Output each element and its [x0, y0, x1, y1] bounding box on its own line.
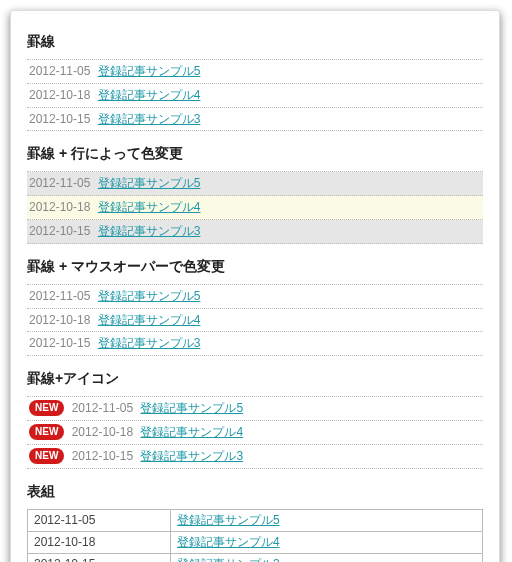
list-item: 2012-11-05 登録記事サンプル5	[27, 172, 483, 196]
table-cell-title: 登録記事サンプル3	[171, 553, 483, 562]
table-cell-title: 登録記事サンプル4	[171, 531, 483, 553]
article-link[interactable]: 登録記事サンプル5	[140, 401, 243, 415]
table-cell-date: 2012-10-15	[28, 553, 171, 562]
table-cell-date: 2012-10-18	[28, 531, 171, 553]
table-cell-title: 登録記事サンプル5	[171, 509, 483, 531]
article-date: 2012-10-15	[72, 449, 133, 463]
list-icon: NEW 2012-11-05 登録記事サンプル5 NEW 2012-10-18 …	[27, 396, 483, 468]
article-link[interactable]: 登録記事サンプル4	[98, 313, 201, 327]
table-row: 2012-10-18 登録記事サンプル4	[28, 531, 483, 553]
new-badge-icon: NEW	[29, 400, 64, 416]
list-hover: 2012-11-05 登録記事サンプル5 2012-10-18 登録記事サンプル…	[27, 284, 483, 356]
table-cell-date: 2012-11-05	[28, 509, 171, 531]
article-link[interactable]: 登録記事サンプル5	[98, 176, 201, 190]
list-item: 2012-10-18 登録記事サンプル4	[27, 196, 483, 220]
list-item: 2012-10-15 登録記事サンプル3	[27, 332, 483, 356]
new-badge-icon: NEW	[29, 424, 64, 440]
article-link[interactable]: 登録記事サンプル5	[98, 64, 201, 78]
article-date: 2012-10-18	[72, 425, 133, 439]
list-item: 2012-10-18 登録記事サンプル4	[27, 309, 483, 333]
article-link[interactable]: 登録記事サンプル5	[177, 513, 280, 527]
article-date: 2012-10-18	[29, 88, 90, 102]
article-date: 2012-10-15	[29, 224, 90, 238]
list-item: 2012-11-05 登録記事サンプル5	[27, 285, 483, 309]
article-link[interactable]: 登録記事サンプル3	[98, 336, 201, 350]
section-title-hover: 罫線 + マウスオーバーで色変更	[27, 258, 483, 276]
article-link[interactable]: 登録記事サンプル3	[140, 449, 243, 463]
list-item: 2012-10-15 登録記事サンプル3	[27, 220, 483, 244]
list-item: 2012-10-15 登録記事サンプル3	[27, 108, 483, 132]
article-link[interactable]: 登録記事サンプル4	[98, 88, 201, 102]
list-item: NEW 2012-11-05 登録記事サンプル5	[27, 397, 483, 421]
table-row: 2012-11-05 登録記事サンプル5	[28, 509, 483, 531]
article-date: 2012-10-15	[29, 112, 90, 126]
section-title-table: 表組	[27, 483, 483, 501]
list-item: 2012-10-18 登録記事サンプル4	[27, 84, 483, 108]
article-date: 2012-10-18	[29, 313, 90, 327]
article-date: 2012-11-05	[72, 401, 133, 415]
content-frame: 罫線 2012-11-05 登録記事サンプル5 2012-10-18 登録記事サ…	[10, 10, 500, 562]
article-link[interactable]: 登録記事サンプル3	[98, 224, 201, 238]
list-item: NEW 2012-10-18 登録記事サンプル4	[27, 421, 483, 445]
article-date: 2012-10-15	[29, 336, 90, 350]
article-table: 2012-11-05 登録記事サンプル5 2012-10-18 登録記事サンプル…	[27, 509, 483, 562]
article-link[interactable]: 登録記事サンプル4	[140, 425, 243, 439]
table-row: 2012-10-15 登録記事サンプル3	[28, 553, 483, 562]
article-link[interactable]: 登録記事サンプル4	[98, 200, 201, 214]
section-title-striped: 罫線 + 行によって色変更	[27, 145, 483, 163]
article-link[interactable]: 登録記事サンプル5	[98, 289, 201, 303]
article-date: 2012-10-18	[29, 200, 90, 214]
list-item: 2012-11-05 登録記事サンプル5	[27, 60, 483, 84]
list-striped: 2012-11-05 登録記事サンプル5 2012-10-18 登録記事サンプル…	[27, 171, 483, 243]
article-link[interactable]: 登録記事サンプル3	[177, 557, 280, 562]
article-link[interactable]: 登録記事サンプル4	[177, 535, 280, 549]
section-title-icon: 罫線+アイコン	[27, 370, 483, 388]
list-ruled: 2012-11-05 登録記事サンプル5 2012-10-18 登録記事サンプル…	[27, 59, 483, 131]
article-date: 2012-11-05	[29, 176, 90, 190]
section-title-ruled: 罫線	[27, 33, 483, 51]
article-date: 2012-11-05	[29, 289, 90, 303]
article-link[interactable]: 登録記事サンプル3	[98, 112, 201, 126]
new-badge-icon: NEW	[29, 448, 64, 464]
list-item: NEW 2012-10-15 登録記事サンプル3	[27, 445, 483, 469]
article-date: 2012-11-05	[29, 64, 90, 78]
